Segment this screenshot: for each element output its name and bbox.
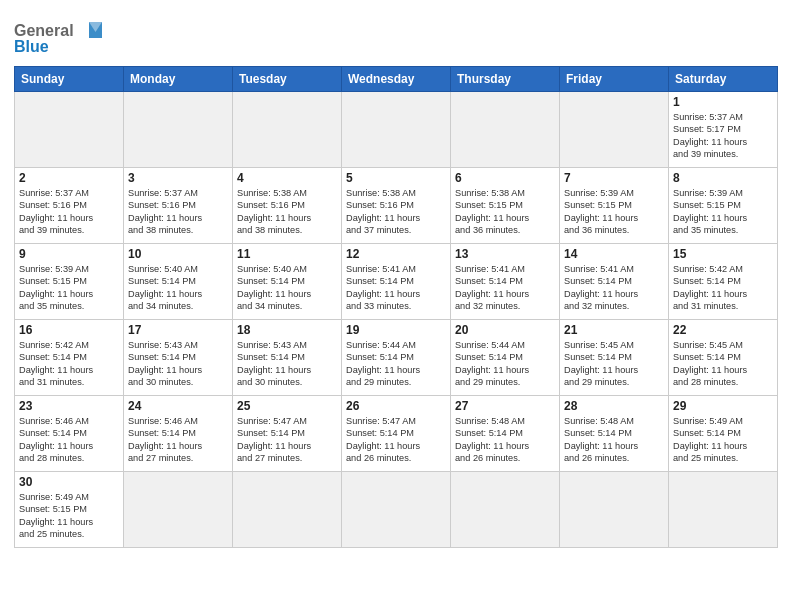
table-row: 13Sunrise: 5:41 AM Sunset: 5:14 PM Dayli… [451, 244, 560, 320]
table-row: 29Sunrise: 5:49 AM Sunset: 5:14 PM Dayli… [669, 396, 778, 472]
day-number: 3 [128, 171, 228, 185]
day-info: Sunrise: 5:47 AM Sunset: 5:14 PM Dayligh… [346, 415, 446, 465]
day-info: Sunrise: 5:44 AM Sunset: 5:14 PM Dayligh… [455, 339, 555, 389]
table-row: 2Sunrise: 5:37 AM Sunset: 5:16 PM Daylig… [15, 168, 124, 244]
day-number: 30 [19, 475, 119, 489]
logo-area: General Blue [14, 10, 104, 58]
table-row: 3Sunrise: 5:37 AM Sunset: 5:16 PM Daylig… [124, 168, 233, 244]
table-row: 12Sunrise: 5:41 AM Sunset: 5:14 PM Dayli… [342, 244, 451, 320]
day-info: Sunrise: 5:39 AM Sunset: 5:15 PM Dayligh… [19, 263, 119, 313]
table-row [124, 92, 233, 168]
table-row [560, 92, 669, 168]
table-row: 6Sunrise: 5:38 AM Sunset: 5:15 PM Daylig… [451, 168, 560, 244]
day-number: 25 [237, 399, 337, 413]
table-row: 7Sunrise: 5:39 AM Sunset: 5:15 PM Daylig… [560, 168, 669, 244]
day-number: 29 [673, 399, 773, 413]
day-info: Sunrise: 5:40 AM Sunset: 5:14 PM Dayligh… [237, 263, 337, 313]
day-info: Sunrise: 5:47 AM Sunset: 5:14 PM Dayligh… [237, 415, 337, 465]
day-number: 17 [128, 323, 228, 337]
table-row [15, 92, 124, 168]
table-row: 5Sunrise: 5:38 AM Sunset: 5:16 PM Daylig… [342, 168, 451, 244]
calendar-table: Sunday Monday Tuesday Wednesday Thursday… [14, 66, 778, 548]
table-row [451, 472, 560, 548]
day-number: 15 [673, 247, 773, 261]
day-number: 28 [564, 399, 664, 413]
header-tuesday: Tuesday [233, 67, 342, 92]
table-row: 28Sunrise: 5:48 AM Sunset: 5:14 PM Dayli… [560, 396, 669, 472]
day-number: 4 [237, 171, 337, 185]
table-row: 1Sunrise: 5:37 AM Sunset: 5:17 PM Daylig… [669, 92, 778, 168]
day-number: 1 [673, 95, 773, 109]
day-info: Sunrise: 5:44 AM Sunset: 5:14 PM Dayligh… [346, 339, 446, 389]
header-monday: Monday [124, 67, 233, 92]
day-number: 22 [673, 323, 773, 337]
table-row: 9Sunrise: 5:39 AM Sunset: 5:15 PM Daylig… [15, 244, 124, 320]
day-info: Sunrise: 5:41 AM Sunset: 5:14 PM Dayligh… [564, 263, 664, 313]
day-number: 14 [564, 247, 664, 261]
table-row: 20Sunrise: 5:44 AM Sunset: 5:14 PM Dayli… [451, 320, 560, 396]
svg-text:General: General [14, 22, 74, 39]
table-row: 24Sunrise: 5:46 AM Sunset: 5:14 PM Dayli… [124, 396, 233, 472]
weekday-header-row: Sunday Monday Tuesday Wednesday Thursday… [15, 67, 778, 92]
day-number: 20 [455, 323, 555, 337]
day-info: Sunrise: 5:37 AM Sunset: 5:17 PM Dayligh… [673, 111, 773, 161]
header-friday: Friday [560, 67, 669, 92]
day-number: 2 [19, 171, 119, 185]
day-info: Sunrise: 5:41 AM Sunset: 5:14 PM Dayligh… [455, 263, 555, 313]
day-info: Sunrise: 5:38 AM Sunset: 5:15 PM Dayligh… [455, 187, 555, 237]
day-number: 9 [19, 247, 119, 261]
table-row [124, 472, 233, 548]
table-row [233, 92, 342, 168]
day-info: Sunrise: 5:42 AM Sunset: 5:14 PM Dayligh… [19, 339, 119, 389]
day-info: Sunrise: 5:45 AM Sunset: 5:14 PM Dayligh… [673, 339, 773, 389]
table-row: 10Sunrise: 5:40 AM Sunset: 5:14 PM Dayli… [124, 244, 233, 320]
day-info: Sunrise: 5:49 AM Sunset: 5:15 PM Dayligh… [19, 491, 119, 541]
table-row: 23Sunrise: 5:46 AM Sunset: 5:14 PM Dayli… [15, 396, 124, 472]
table-row [342, 92, 451, 168]
day-info: Sunrise: 5:49 AM Sunset: 5:14 PM Dayligh… [673, 415, 773, 465]
day-number: 12 [346, 247, 446, 261]
day-info: Sunrise: 5:46 AM Sunset: 5:14 PM Dayligh… [128, 415, 228, 465]
table-row: 27Sunrise: 5:48 AM Sunset: 5:14 PM Dayli… [451, 396, 560, 472]
day-info: Sunrise: 5:38 AM Sunset: 5:16 PM Dayligh… [346, 187, 446, 237]
day-number: 6 [455, 171, 555, 185]
day-number: 16 [19, 323, 119, 337]
day-info: Sunrise: 5:37 AM Sunset: 5:16 PM Dayligh… [19, 187, 119, 237]
day-info: Sunrise: 5:43 AM Sunset: 5:14 PM Dayligh… [237, 339, 337, 389]
day-number: 21 [564, 323, 664, 337]
table-row: 4Sunrise: 5:38 AM Sunset: 5:16 PM Daylig… [233, 168, 342, 244]
table-row: 26Sunrise: 5:47 AM Sunset: 5:14 PM Dayli… [342, 396, 451, 472]
table-row: 30Sunrise: 5:49 AM Sunset: 5:15 PM Dayli… [15, 472, 124, 548]
day-info: Sunrise: 5:39 AM Sunset: 5:15 PM Dayligh… [673, 187, 773, 237]
day-number: 11 [237, 247, 337, 261]
day-number: 26 [346, 399, 446, 413]
day-info: Sunrise: 5:39 AM Sunset: 5:15 PM Dayligh… [564, 187, 664, 237]
header-saturday: Saturday [669, 67, 778, 92]
day-number: 10 [128, 247, 228, 261]
header: General Blue [14, 10, 778, 58]
day-number: 8 [673, 171, 773, 185]
day-info: Sunrise: 5:48 AM Sunset: 5:14 PM Dayligh… [564, 415, 664, 465]
day-number: 5 [346, 171, 446, 185]
day-info: Sunrise: 5:45 AM Sunset: 5:14 PM Dayligh… [564, 339, 664, 389]
table-row: 14Sunrise: 5:41 AM Sunset: 5:14 PM Dayli… [560, 244, 669, 320]
day-info: Sunrise: 5:46 AM Sunset: 5:14 PM Dayligh… [19, 415, 119, 465]
table-row [669, 472, 778, 548]
header-wednesday: Wednesday [342, 67, 451, 92]
day-info: Sunrise: 5:41 AM Sunset: 5:14 PM Dayligh… [346, 263, 446, 313]
day-number: 27 [455, 399, 555, 413]
header-sunday: Sunday [15, 67, 124, 92]
logo-text: General Blue [14, 14, 104, 58]
day-info: Sunrise: 5:42 AM Sunset: 5:14 PM Dayligh… [673, 263, 773, 313]
day-info: Sunrise: 5:37 AM Sunset: 5:16 PM Dayligh… [128, 187, 228, 237]
table-row: 8Sunrise: 5:39 AM Sunset: 5:15 PM Daylig… [669, 168, 778, 244]
table-row [233, 472, 342, 548]
page: General Blue Sunday Monday Tuesday Wedne… [0, 0, 792, 558]
header-thursday: Thursday [451, 67, 560, 92]
table-row [560, 472, 669, 548]
day-number: 19 [346, 323, 446, 337]
table-row: 22Sunrise: 5:45 AM Sunset: 5:14 PM Dayli… [669, 320, 778, 396]
day-info: Sunrise: 5:48 AM Sunset: 5:14 PM Dayligh… [455, 415, 555, 465]
table-row: 15Sunrise: 5:42 AM Sunset: 5:14 PM Dayli… [669, 244, 778, 320]
table-row [342, 472, 451, 548]
